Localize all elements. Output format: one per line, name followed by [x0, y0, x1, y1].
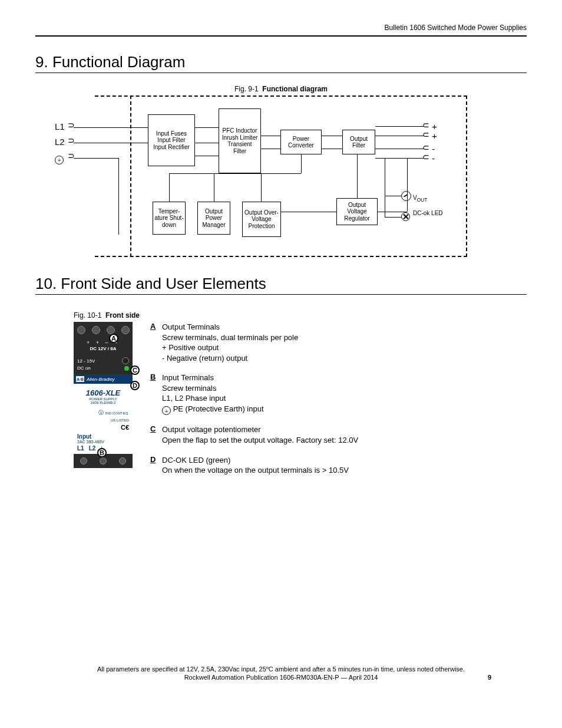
fig-9-caption-prefix: Fig. 9-1	[234, 85, 259, 93]
block-converter: Power Converter	[280, 130, 322, 154]
desc-key-c: C	[150, 424, 162, 445]
output-plus: +	[432, 121, 437, 131]
desc-b-title: Input Terminals	[162, 373, 527, 383]
desc-key-d: D	[150, 455, 162, 476]
dc-ok-led-icon	[401, 212, 410, 222]
dc-rating-label: DC 12V / 8A	[74, 346, 133, 354]
vout-knob-icon	[401, 191, 411, 202]
earth-icon: ⏚	[162, 406, 171, 415]
desc-d-title: DC-OK LED (green)	[162, 455, 527, 466]
dc-ok-label: DC-ok LED	[413, 210, 443, 216]
ce-mark: C€	[77, 424, 129, 431]
vout-label: VOUT	[413, 195, 427, 203]
v-range-label: 12 - 15V	[77, 358, 95, 364]
block-input: Input Fuses Input Filter Input Rectifier	[148, 114, 195, 166]
bracket-icon: ⊃	[68, 151, 75, 160]
desc-key-b: B	[150, 373, 162, 415]
screw-icon	[100, 457, 107, 465]
led-icon	[124, 366, 129, 371]
polarity-row: + + – –	[74, 338, 133, 346]
header-doc-title: Bulletin 1606 Switched Mode Power Suppli…	[35, 24, 527, 37]
block-output-power-manager: Output Power Manager	[197, 202, 230, 235]
bracket-icon: ⊃	[68, 120, 75, 130]
desc-a-l1: Screw terminals, dual terminals per pole	[162, 332, 527, 343]
bracket-icon: ⊂	[422, 143, 429, 152]
fig-10-caption: Fig. 10-1 Front side	[74, 311, 527, 319]
footer: All parameters are specified at 12V, 2.5…	[71, 666, 491, 681]
bracket-icon: ⊂	[422, 120, 429, 130]
input-pe-label: ⏚	[55, 152, 64, 164]
ab-logo-icon: A·B	[76, 376, 84, 382]
screw-icon	[92, 326, 100, 334]
desc-body-c: Output voltage potentiometer Open the fl…	[162, 424, 527, 445]
footer-line1: All parameters are specified at 12V, 2.5…	[71, 666, 491, 673]
bracket-icon: ⊂	[422, 130, 429, 139]
block-pfc: PFC Inductor Inrush Limiter Transient Fi…	[219, 108, 261, 173]
desc-a-l3: - Negative (return) output	[162, 353, 527, 364]
callout-d-icon: D	[130, 381, 140, 390]
section-10-title: 10. Front Side and User Elements	[35, 275, 527, 295]
bracket-icon: ⊂	[422, 152, 429, 162]
functional-diagram: L1 ⊃ L2 ⊃ ⏚ ⊃ Input Fuses Input Filter I…	[95, 95, 467, 257]
description-list: A Output Terminals Screw terminals, dual…	[150, 322, 527, 485]
model-sub2: 1606-XLE96B-2	[77, 401, 129, 404]
callout-c-icon: C	[130, 365, 140, 375]
desc-body-b: Input Terminals Screw terminals L1, L2 P…	[162, 373, 527, 415]
fig-9-caption: Fig. 9-1 Functional diagram	[35, 85, 527, 93]
brand-label: Allen-Bradley	[87, 377, 115, 382]
screw-icon	[80, 457, 87, 465]
device-front-view: + + – – DC 12V / 8A 12 - 15V DC on A·B A…	[74, 322, 133, 468]
model-label: 1606-XLE	[77, 388, 129, 397]
desc-c-title: Output voltage potentiometer	[162, 424, 527, 435]
screw-icon	[119, 457, 126, 465]
input-sub-label: 2AC 380-480V	[77, 440, 129, 444]
output-plus: +	[432, 131, 437, 141]
control-block: 12 - 15V DC on	[74, 354, 133, 374]
output-terminals	[74, 322, 133, 338]
dc-on-label: DC on	[77, 365, 91, 371]
output-minus: -	[432, 144, 435, 154]
desc-b-l3: ⏚ PE (Protective Earth) input	[162, 404, 527, 416]
fig-9-caption-bold: Functional diagram	[262, 85, 328, 93]
desc-a-l2: + Positive output	[162, 342, 527, 353]
block-ovp: Output Over-Voltage Protection	[242, 202, 281, 237]
screw-icon	[107, 326, 115, 334]
block-output-filter: Output Filter	[342, 130, 375, 154]
l1-label: L1	[77, 445, 84, 452]
desc-c-l1: Open the flap to set the output voltage.…	[162, 435, 527, 446]
fig-10-caption-bold: Front side	[105, 311, 140, 319]
output-minus: -	[432, 153, 435, 163]
earth-icon: ⏚	[55, 156, 64, 164]
input-l1-label: L1	[55, 121, 65, 131]
desc-a-title: Output Terminals	[162, 322, 527, 332]
desc-b-l1: Screw terminals	[162, 383, 527, 394]
footer-line2: Rockwell Automation Publication 1606-RM0…	[71, 674, 491, 681]
section-9-title: 9. Functional Diagram	[35, 53, 527, 73]
input-l2-label: L2	[55, 137, 65, 147]
input-label: Input	[77, 433, 129, 440]
callout-b-icon: B	[97, 448, 107, 457]
screw-icon	[121, 326, 130, 334]
callout-a-icon: A	[109, 334, 118, 343]
block-regulator: Output Voltage Regulator	[336, 198, 378, 225]
block-temp-shutdown: Temper-ature Shut-down	[153, 202, 186, 235]
desc-body-d: DC-OK LED (green) On when the voltage on…	[162, 455, 527, 476]
l2-label: L2	[89, 445, 96, 452]
page-number: 9	[488, 674, 491, 681]
screw-icon	[77, 326, 85, 334]
desc-d-l1: On when the voltage on the output termin…	[162, 465, 527, 476]
desc-key-a: A	[150, 322, 162, 363]
bracket-icon: ⊃	[68, 136, 75, 145]
v-knob-icon	[122, 357, 129, 364]
fig-10-caption-prefix: Fig. 10-1	[74, 311, 101, 319]
desc-body-a: Output Terminals Screw terminals, dual t…	[162, 322, 527, 363]
nameplate: 1606-XLE POWER SUPPLY 1606-XLE96B-2 ⓤ IN…	[74, 384, 133, 454]
cert-marks: ⓤ IND.CONT.EQ.US LISTED	[77, 409, 129, 423]
desc-b-l2: L1, L2 Phase input	[162, 393, 527, 404]
brand-strip: A·B Allen-Bradley	[74, 374, 133, 384]
